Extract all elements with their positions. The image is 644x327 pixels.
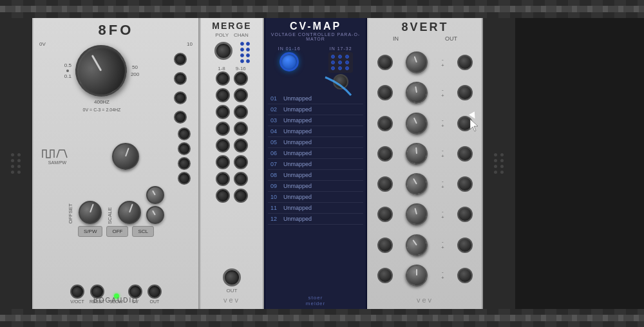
freq-01-label: 0.1 bbox=[64, 73, 71, 79]
cvmap-in-jack-2[interactable] bbox=[333, 74, 348, 89]
merge-in-9[interactable] bbox=[234, 71, 248, 86]
merge-in-3[interactable] bbox=[216, 105, 230, 119]
fo-output-jack-6[interactable] bbox=[178, 142, 191, 155]
cvmap-map-item-4[interactable]: 04Unmapped bbox=[268, 126, 363, 137]
cvmap-subtitle: VOLTAGE CONTROLLED PARA-O-MATOR bbox=[269, 32, 362, 41]
freq-200-label: 200 bbox=[131, 71, 139, 77]
merge-top-labels: POLY CHAN bbox=[215, 32, 248, 38]
side-dot-r1 bbox=[494, 153, 497, 156]
vert-out-jack-6[interactable] bbox=[457, 207, 473, 222]
vert-knob-8[interactable] bbox=[403, 261, 431, 290]
chan-dots bbox=[240, 42, 250, 63]
vert-in-jack-1[interactable] bbox=[377, 55, 393, 70]
merge-in-16[interactable] bbox=[234, 189, 248, 203]
vert-pm-5: - + bbox=[441, 179, 444, 190]
merge-in-14[interactable] bbox=[234, 155, 248, 169]
frequency-knob[interactable] bbox=[66, 35, 136, 106]
8fo-brand: BOGAUDIO bbox=[33, 297, 198, 304]
vert-out-jack-8[interactable] bbox=[457, 268, 473, 283]
fo-output-jack-1[interactable] bbox=[174, 53, 187, 66]
merge-in-1[interactable] bbox=[216, 71, 230, 86]
scl-button[interactable]: SCL bbox=[132, 226, 154, 237]
vert-out-jack-3[interactable] bbox=[457, 116, 473, 131]
fo-output-jack-8[interactable] bbox=[178, 172, 191, 185]
vert-pm-3: - + bbox=[441, 118, 444, 129]
fo-left-section: 0.5 0.1 50 200 400HZ 0V bbox=[39, 45, 165, 125]
grid-dot-4 bbox=[331, 61, 335, 64]
vert-out-jack-1[interactable] bbox=[457, 55, 473, 70]
merge-in-15[interactable] bbox=[234, 172, 248, 186]
vert-rows: - + - + bbox=[370, 44, 480, 294]
vert-knob-6[interactable] bbox=[405, 203, 429, 227]
vert-out-jack-4[interactable] bbox=[457, 146, 473, 162]
vert-knob-4[interactable] bbox=[404, 140, 431, 167]
cvmap-map-item-5[interactable]: 05Unmapped bbox=[268, 137, 363, 148]
cvmap-in-jack-1[interactable] bbox=[279, 52, 299, 71]
merge-out-jack[interactable] bbox=[223, 268, 241, 286]
small-knob-1[interactable] bbox=[146, 186, 164, 204]
side-dot bbox=[11, 165, 14, 168]
vert-in-jack-2[interactable] bbox=[377, 85, 393, 100]
cvmap-map-item-10[interactable]: 10Unmapped bbox=[268, 192, 363, 203]
vert-knob-2[interactable] bbox=[404, 80, 430, 106]
vert-out-jack-5[interactable] bbox=[457, 176, 473, 192]
vert-in-jack-8[interactable] bbox=[377, 268, 393, 283]
sampw-knob[interactable] bbox=[112, 143, 139, 170]
8fo-title: 8FO bbox=[99, 22, 134, 39]
fo-output-jack-4[interactable] bbox=[174, 111, 187, 124]
vert-row-3: - + bbox=[372, 111, 478, 136]
merge-in-8[interactable] bbox=[216, 189, 230, 203]
vert-in-jack-4[interactable] bbox=[377, 146, 393, 162]
vert-knob-3[interactable] bbox=[405, 111, 429, 135]
cvmap-map-item-3[interactable]: 03Unmapped bbox=[268, 115, 363, 126]
cvmap-header: CV-MAP VOLTAGE CONTROLLED PARA-O-MATOR bbox=[265, 18, 366, 44]
spw-button[interactable]: S/PW bbox=[78, 226, 102, 237]
dot-indicator bbox=[66, 70, 69, 72]
fo-output-jack-3[interactable] bbox=[174, 91, 187, 104]
left-side-panel bbox=[0, 18, 32, 309]
scale-knob[interactable] bbox=[118, 201, 141, 224]
merge-in-5[interactable] bbox=[216, 138, 230, 153]
cvmap-map-item-1[interactable]: 01Unmapped bbox=[268, 93, 363, 104]
merge-in-6[interactable] bbox=[216, 155, 230, 169]
fo-output-jack-2[interactable] bbox=[174, 72, 187, 85]
merge-in-11[interactable] bbox=[234, 105, 248, 119]
vert-knob-1[interactable] bbox=[406, 51, 428, 73]
fo-output-jack-7[interactable] bbox=[178, 157, 191, 170]
sampw-label: SAM/PW bbox=[48, 160, 66, 165]
vert-in-jack-5[interactable] bbox=[377, 176, 393, 192]
fo-output-jack-5[interactable] bbox=[178, 127, 191, 140]
grid-dot-1 bbox=[331, 55, 335, 59]
poly-jack[interactable] bbox=[214, 42, 232, 60]
merge-in-2[interactable] bbox=[216, 88, 230, 102]
vert-knob-5[interactable] bbox=[404, 171, 430, 196]
vert-knob-7[interactable] bbox=[404, 232, 431, 259]
cvmap-map-item-9[interactable]: 09Unmapped bbox=[268, 181, 363, 192]
merge-in-13[interactable] bbox=[234, 138, 248, 153]
cvmap-map-item-7[interactable]: 07Unmapped bbox=[268, 159, 363, 170]
merge-in-7[interactable] bbox=[216, 172, 230, 186]
merge-in-4[interactable] bbox=[216, 122, 230, 136]
vert-pm-8: - + bbox=[441, 270, 444, 281]
cvmap-map-list[interactable]: 01Unmapped02Unmapped03Unmapped04Unmapped… bbox=[265, 92, 366, 292]
rack-rail-top bbox=[0, 0, 644, 18]
offset-knob[interactable] bbox=[79, 201, 102, 224]
grid-dot-7 bbox=[331, 66, 335, 70]
vert-in-jack-6[interactable] bbox=[377, 207, 393, 222]
cvmap-map-item-6[interactable]: 06Unmapped bbox=[268, 148, 363, 159]
off-button[interactable]: OFF bbox=[106, 226, 128, 237]
merge-in-10[interactable] bbox=[234, 88, 248, 102]
merge-in-12[interactable] bbox=[234, 122, 248, 136]
cvmap-map-item-8[interactable]: 08Unmapped bbox=[268, 170, 363, 181]
side-dot-r6 bbox=[500, 165, 504, 168]
fo-main-grid: 0.5 0.1 50 200 400HZ 0V bbox=[36, 44, 196, 126]
vert-in-jack-3[interactable] bbox=[377, 116, 393, 131]
cvmap-map-item-12[interactable]: 12Unmapped bbox=[268, 214, 363, 225]
vert-in-jack-7[interactable] bbox=[377, 238, 393, 253]
small-knob-2[interactable] bbox=[146, 206, 164, 224]
cvmap-map-item-2[interactable]: 02Unmapped bbox=[268, 104, 363, 115]
cvmap-map-item-11[interactable]: 11Unmapped bbox=[268, 203, 363, 214]
merge-section-labels: 1-8 9-16 bbox=[218, 66, 246, 71]
vert-out-jack-2[interactable] bbox=[457, 85, 473, 100]
vert-out-jack-7[interactable] bbox=[457, 238, 473, 253]
